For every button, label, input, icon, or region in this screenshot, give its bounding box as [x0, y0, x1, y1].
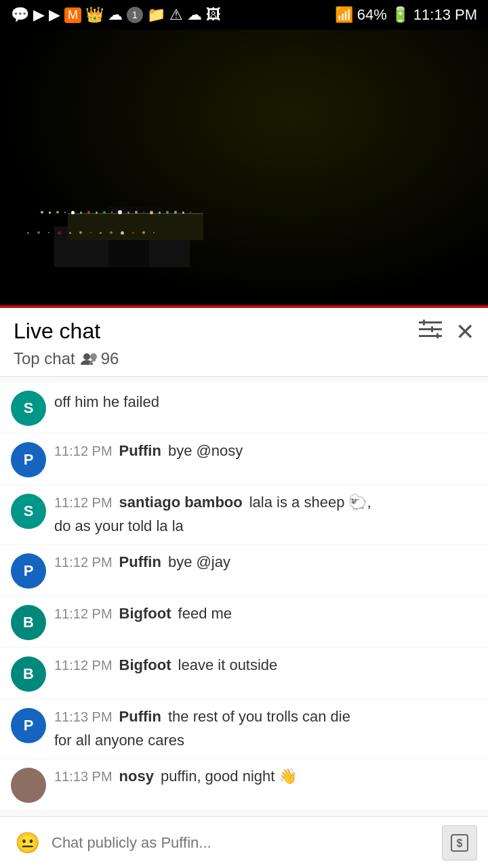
message-text: off him he failed	[54, 391, 477, 413]
message-meta: 11:12 PM Bigfoot leave it outside	[54, 655, 477, 676]
filter-icon[interactable]	[419, 319, 442, 343]
emoji-button[interactable]: 😐	[11, 827, 43, 859]
chat-input[interactable]	[52, 834, 434, 852]
message-content: 11:12 PM santiago bamboo lala is a sheep…	[54, 492, 477, 537]
chat-message: B 11:12 PM Bigfoot leave it outside	[0, 648, 488, 698]
message-author: Puffin	[119, 707, 161, 728]
crown-icon: 👑	[85, 6, 104, 24]
message-author: Bigfoot	[119, 604, 171, 625]
message-content: 11:13 PM Puffin the rest of you trolls c…	[54, 707, 477, 751]
message-author: Puffin	[119, 441, 161, 462]
folder-icon: 📁	[147, 6, 165, 24]
cloud2-icon: ☁	[187, 6, 202, 24]
m-icon: M	[64, 7, 81, 23]
message-meta: 11:13 PM nosy puffin, good night 👋	[54, 766, 477, 787]
chat-messages-list: S off him he failed P 11:12 PM Puffin by…	[0, 377, 488, 816]
warn-icon: ⚠	[169, 6, 183, 24]
message-time: 11:12 PM	[54, 604, 113, 623]
message-content: off him he failed	[54, 389, 477, 413]
avatar: P	[11, 553, 46, 589]
message-text: feed me	[178, 604, 232, 625]
video-player[interactable]	[0, 30, 488, 308]
avatar: P	[11, 708, 46, 743]
header-icons: ✕	[419, 319, 474, 343]
chat-message: S 11:12 PM santiago bamboo lala is a she…	[0, 486, 488, 544]
message-content: 11:12 PM Puffin bye @nosy	[54, 441, 477, 462]
time-display: 11:13 PM	[413, 6, 477, 24]
message-author: Bigfoot	[119, 655, 171, 676]
message-time: 11:12 PM	[54, 441, 113, 460]
viewer-icon	[81, 352, 98, 366]
message-time: 11:13 PM	[54, 767, 113, 786]
chat-message: P 11:12 PM Puffin bye @jay	[0, 545, 488, 595]
chat-message: B 11:12 PM Bigfoot feed me	[0, 597, 488, 647]
avatar	[11, 768, 46, 803]
message-meta: 11:12 PM Puffin bye @nosy	[54, 441, 477, 462]
yt-icon2: ▶	[49, 6, 60, 24]
chat-message: S off him he failed	[0, 382, 488, 433]
viewer-count: 96	[81, 349, 119, 368]
status-right: 📶 64% 🔋 11:13 PM	[335, 6, 477, 24]
message-meta: 11:13 PM Puffin the rest of you trolls c…	[54, 707, 477, 728]
status-left: 💬 ▶ ▶ M 👑 ☁ 1 📁 ⚠ ☁ 🖼	[11, 6, 221, 24]
svg-point-6	[83, 353, 90, 360]
message-content: 11:12 PM Puffin bye @jay	[54, 552, 477, 573]
svg-text:$: $	[457, 837, 463, 849]
message-time: 11:12 PM	[54, 553, 113, 572]
yt-icon: ▶	[33, 6, 45, 24]
message-text: the rest of you trolls can die	[168, 707, 350, 728]
message-content: 11:13 PM nosy puffin, good night 👋	[54, 766, 477, 787]
battery-icon: 🔋	[391, 6, 409, 24]
video-progress-bar[interactable]	[0, 305, 488, 308]
avatar: B	[11, 656, 46, 692]
message-content: 11:12 PM Bigfoot leave it outside	[54, 655, 477, 676]
status-bar: 💬 ▶ ▶ M 👑 ☁ 1 📁 ⚠ ☁ 🖼 📶 64% 🔋 11:13 PM	[0, 0, 488, 30]
live-chat-title: Live chat	[14, 319, 100, 344]
message-meta: 11:12 PM Puffin bye @jay	[54, 552, 477, 573]
svg-rect-0	[419, 321, 442, 323]
message-text: bye @nosy	[168, 441, 243, 462]
message-body: do as your told la la	[54, 515, 477, 537]
message-text: bye @jay	[168, 552, 230, 573]
send-button[interactable]: $	[442, 825, 477, 861]
chat-header-top: Live chat ✕	[14, 319, 474, 344]
message-time: 11:12 PM	[54, 493, 113, 512]
message-author: nosy	[119, 766, 154, 787]
message-text: leave it outside	[178, 655, 278, 676]
chat-message: P 11:13 PM Puffin the rest of you trolls…	[0, 700, 488, 758]
video-background	[0, 30, 488, 308]
message-author: Puffin	[119, 552, 161, 573]
chat-input-area: 😐 $	[0, 816, 488, 868]
top-chat-label: Top chat	[14, 349, 75, 368]
wifi-icon: 📶	[335, 6, 353, 24]
chat-message: P 11:12 PM Puffin bye @nosy	[0, 434, 488, 484]
message-body: for all anyone cares	[54, 729, 477, 751]
cloud-icon: ☁	[108, 6, 123, 24]
message-author: santiago bamboo	[119, 492, 243, 513]
chat-header: Live chat ✕ Top chat	[0, 308, 488, 377]
msg-icon: 💬	[11, 6, 29, 24]
svg-rect-3	[423, 319, 425, 326]
battery-text: 64%	[357, 6, 387, 24]
message-text: lala is a sheep 🐑,	[249, 492, 371, 513]
chat-message: 11:13 PM nosy puffin, good night 👋	[0, 760, 488, 810]
message-time: 11:13 PM	[54, 707, 113, 726]
message-meta: 11:12 PM santiago bamboo lala is a sheep…	[54, 492, 477, 513]
viewer-count-number: 96	[101, 349, 119, 368]
avatar: B	[11, 605, 46, 640]
svg-rect-4	[431, 326, 433, 332]
n1-icon: 1	[127, 7, 143, 23]
close-icon[interactable]: ✕	[455, 320, 474, 343]
message-meta: 11:12 PM Bigfoot feed me	[54, 604, 477, 625]
message-time: 11:12 PM	[54, 656, 113, 675]
avatar: P	[11, 442, 46, 477]
avatar: S	[11, 494, 46, 529]
svg-rect-5	[436, 333, 439, 338]
photo-icon: 🖼	[206, 6, 221, 24]
chat-subtitle: Top chat 96	[14, 349, 474, 376]
avatar: S	[11, 391, 46, 426]
svg-point-7	[90, 353, 97, 360]
svg-rect-1	[419, 328, 442, 330]
message-content: 11:12 PM Bigfoot feed me	[54, 604, 477, 625]
message-text: puffin, good night 👋	[161, 766, 298, 787]
